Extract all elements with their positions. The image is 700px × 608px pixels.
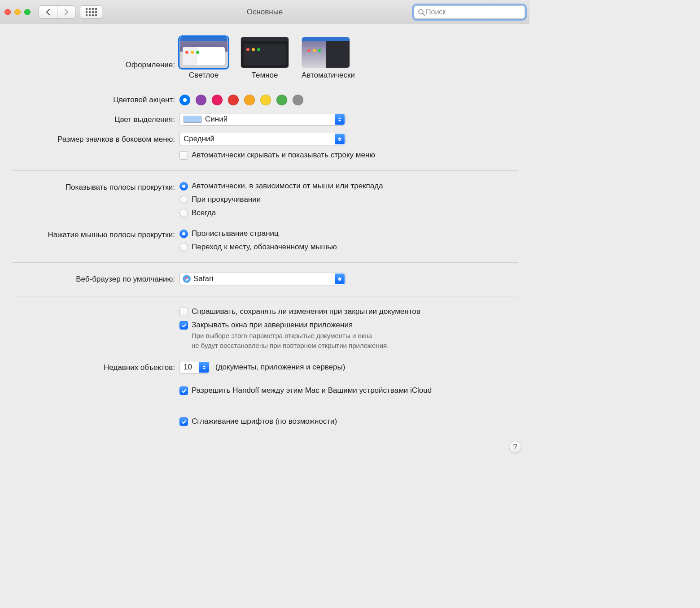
menubar-hide-label: Автоматически скрывать и показывать стро… <box>192 150 375 161</box>
accent-swatch[interactable] <box>196 95 206 105</box>
browser-label: Веб-браузер по умолчанию: <box>12 273 179 286</box>
recent-row: Недавних объектов: 10 (документы, прилож… <box>12 361 518 374</box>
content: Оформление: Светлое Темное <box>0 24 529 460</box>
popup-arrows-icon <box>335 114 345 125</box>
sidebar-icon-select[interactable]: Средний <box>179 133 346 145</box>
accent-swatch[interactable] <box>212 95 223 105</box>
accent-swatch[interactable] <box>228 95 239 105</box>
divider <box>12 296 518 296</box>
search-input[interactable] <box>425 8 521 17</box>
appearance-row: Оформление: Светлое Темное <box>12 37 518 80</box>
divider <box>12 262 518 263</box>
handoff-checkbox[interactable] <box>179 387 188 395</box>
highlight-value: Синий <box>205 115 228 124</box>
popup-arrows-icon <box>335 134 345 144</box>
appearance-caption: Светлое <box>179 71 228 80</box>
close-windows-note2: не будут восстановлены при повторном отк… <box>192 341 389 350</box>
recent-suffix: (документы, приложения и серверы) <box>215 363 345 372</box>
scroll-click-option-label: Пролистывание страниц <box>192 228 279 239</box>
highlight-label: Цвет выделения: <box>12 113 179 126</box>
search-field-wrap[interactable] <box>414 5 525 19</box>
accent-label: Цветовой акцент: <box>12 93 179 107</box>
scroll-show-radio[interactable] <box>179 209 188 217</box>
search-icon <box>418 9 425 16</box>
help-button[interactable]: ? <box>509 441 521 453</box>
popup-arrows-icon <box>199 362 209 373</box>
scroll-click-row: Нажатие мышью полосы прокрутки: Пролисты… <box>12 228 518 252</box>
sidebar-icon-row: Размер значков в боковом меню: Средний А… <box>12 133 518 161</box>
recent-select[interactable]: 10 <box>179 361 210 373</box>
close-windows-label: Закрывать окна при завершении приложения <box>192 321 353 329</box>
browser-value: Safari <box>193 274 213 283</box>
font-smoothing-row: Сглаживание шрифтов (по возможности) <box>12 416 518 427</box>
accent-swatch[interactable] <box>276 95 287 105</box>
accent-swatch[interactable] <box>293 95 303 105</box>
nav-segmented <box>39 5 75 19</box>
appearance-thumb-light <box>179 37 228 68</box>
grid-icon <box>86 8 97 16</box>
forward-button[interactable] <box>57 6 75 18</box>
close-windows-checkbox[interactable] <box>179 321 188 330</box>
sidebar-icon-label: Размер значков в боковом меню: <box>12 133 179 146</box>
accent-swatches <box>179 93 518 107</box>
safari-icon <box>183 275 191 283</box>
appearance-option-light[interactable]: Светлое <box>179 37 228 80</box>
appearance-caption: Темное <box>241 71 289 80</box>
sidebar-icon-value: Средний <box>184 135 214 143</box>
accent-swatch[interactable] <box>260 95 271 105</box>
scroll-click-label: Нажатие мышью полосы прокрутки: <box>12 228 179 242</box>
highlight-row: Цвет выделения: Синий <box>12 113 518 126</box>
back-button[interactable] <box>39 6 57 18</box>
scroll-show-radio[interactable] <box>179 195 188 204</box>
browser-row: Веб-браузер по умолчанию: Safari <box>12 273 518 286</box>
ask-save-label: Спрашивать, сохранять ли изменения при з… <box>192 306 420 317</box>
appearance-caption: Автоматически <box>302 71 355 80</box>
handoff-label: Разрешить Handoff между этим Mac и Вашим… <box>192 385 432 396</box>
scroll-click-radio[interactable] <box>179 243 188 252</box>
highlight-select[interactable]: Синий <box>179 113 346 126</box>
recent-value: 10 <box>184 363 192 372</box>
appearance-option-dark[interactable]: Темное <box>241 37 289 80</box>
accent-swatch[interactable] <box>244 95 255 105</box>
appearance-thumb-auto <box>302 37 350 68</box>
highlight-color-chip <box>184 116 201 123</box>
ask-save-checkbox[interactable] <box>179 308 188 316</box>
scroll-show-options: Автоматически, в зависимости от мыши или… <box>179 181 518 218</box>
show-all-button[interactable] <box>80 5 102 19</box>
chevron-left-icon <box>45 9 51 16</box>
font-smoothing-checkbox[interactable] <box>179 417 188 426</box>
scroll-click-radio[interactable] <box>179 230 188 238</box>
close-window-button[interactable] <box>4 9 11 15</box>
divider <box>12 170 518 171</box>
zoom-window-button[interactable] <box>24 9 31 15</box>
minimize-window-button[interactable] <box>14 9 21 15</box>
accent-row: Цветовой акцент: <box>12 93 518 107</box>
handoff-row: Разрешить Handoff между этим Mac и Вашим… <box>12 385 518 396</box>
scroll-show-label: Показывать полосы прокрутки: <box>12 181 179 194</box>
scroll-click-option-label: Переход к месту, обозначенному мышью <box>192 242 337 252</box>
accent-swatch[interactable] <box>179 95 190 105</box>
appearance-label: Оформление: <box>12 37 179 72</box>
scroll-show-option-label: Всегда <box>192 208 216 218</box>
font-smoothing-label: Сглаживание шрифтов (по возможности) <box>192 416 337 427</box>
appearance-option-auto[interactable]: Автоматически <box>302 37 355 80</box>
divider <box>12 406 518 406</box>
popup-arrows-icon <box>335 274 345 284</box>
titlebar: Основные <box>0 0 529 24</box>
browser-select[interactable]: Safari <box>179 273 346 285</box>
scroll-show-option-label: Автоматически, в зависимости от мыши или… <box>192 181 383 191</box>
documents-row: Спрашивать, сохранять ли изменения при з… <box>12 306 518 350</box>
scroll-show-radio[interactable] <box>179 182 188 191</box>
svg-line-1 <box>423 13 424 15</box>
recent-label: Недавних объектов: <box>12 361 179 374</box>
appearance-thumb-dark <box>241 37 289 68</box>
scroll-click-options: Пролистывание страницПереход к месту, об… <box>179 228 518 252</box>
scroll-show-option-label: При прокручивании <box>192 194 261 205</box>
window-controls <box>4 9 31 15</box>
close-windows-note1: При выборе этого параметра открытые доку… <box>192 331 389 340</box>
menubar-hide-checkbox[interactable] <box>179 151 188 160</box>
chevron-right-icon <box>64 9 69 16</box>
scroll-show-row: Показывать полосы прокрутки: Автоматичес… <box>12 181 518 218</box>
